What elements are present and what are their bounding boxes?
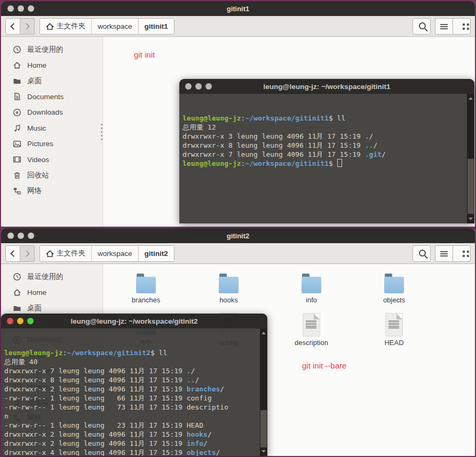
terminal-output[interactable]: leung@leung-jz:~/workspace/gitinit2$ ll总…: [1, 328, 267, 456]
breadcrumb-主文件夹[interactable]: 主文件夹: [40, 246, 92, 261]
sidebar-item-label: Pictures: [27, 140, 53, 148]
terminal-line: 总用量 12: [183, 123, 464, 132]
home-icon: [13, 288, 21, 296]
back-button[interactable]: [5, 245, 20, 262]
sidebar-item-网络[interactable]: 网络: [1, 183, 102, 199]
sidebar-item-Documents[interactable]: Documents: [1, 89, 102, 105]
folder-icon: [219, 277, 239, 293]
terminal-line: 总用量 40: [4, 357, 257, 366]
scroll-up-icon[interactable]: [261, 332, 266, 334]
window-button[interactable]: [7, 5, 14, 12]
terminal-text: /: [216, 448, 220, 456]
terminal-text: drwxrwxr-x 2 leung leung 4096 11月 17 15:…: [4, 430, 187, 438]
breadcrumb-gitinit2[interactable]: gitinit2: [139, 246, 174, 261]
breadcrumb-workspace[interactable]: workspace: [92, 246, 139, 261]
grid-view-button[interactable]: [453, 18, 471, 35]
terminal-text: /: [220, 385, 224, 393]
terminal-text: -rw-rw-r-- 1 leung leung 66 11月 17 15:19…: [4, 394, 212, 402]
terminal-scrollbar[interactable]: [467, 94, 474, 223]
terminal-text: info: [187, 439, 203, 447]
trash-icon: [13, 171, 21, 180]
pane-resize-handle[interactable]: [100, 123, 103, 143]
file-item-branches[interactable]: branches: [105, 270, 187, 311]
file-item-info[interactable]: info: [270, 270, 353, 311]
terminal-cursor: [337, 159, 342, 167]
search-button[interactable]: [412, 245, 431, 262]
file-item-hooks[interactable]: hooks: [187, 270, 270, 311]
breadcrumb-workspace[interactable]: workspace: [92, 19, 139, 34]
terminal-output[interactable]: leung@leung-jz:~/workspace/gitinit1$ ll总…: [179, 94, 474, 223]
terminal-text: $: [329, 159, 337, 167]
window-title: gitinit2: [227, 232, 250, 240]
window-button[interactable]: [18, 232, 24, 239]
file-label: info: [306, 296, 317, 304]
terminal-text: ..: [365, 141, 374, 149]
terminal-line: -rw-rw-r-- 1 leung leung 73 11月 17 15:19…: [4, 403, 257, 412]
breadcrumb-gitinit1[interactable]: gitinit1: [139, 19, 174, 34]
breadcrumb-label: workspace: [98, 250, 132, 258]
terminal-text: /: [369, 132, 374, 140]
window-titlebar[interactable]: gitinit1: [1, 1, 475, 16]
back-button[interactable]: [5, 18, 20, 35]
close-button[interactable]: [185, 83, 192, 90]
minimize-button[interactable]: [195, 83, 202, 90]
scroll-up-icon[interactable]: [469, 97, 473, 100]
sidebar-item-Downloads[interactable]: Downloads: [1, 105, 102, 121]
list-view-button[interactable]: [435, 18, 453, 35]
file-label: hooks: [219, 296, 238, 304]
terminal-text: branches: [187, 385, 220, 393]
sidebar-item-最近使用的[interactable]: 最近使用的: [1, 42, 102, 58]
close-button[interactable]: [7, 318, 13, 324]
terminal-titlebar[interactable]: leung@leung-jz: ~/workspace/gitinit2: [1, 314, 267, 328]
breadcrumb: 主文件夹workspacegitinit1: [39, 18, 174, 35]
maximize-button[interactable]: [205, 83, 212, 90]
window-titlebar[interactable]: gitinit2: [1, 228, 475, 243]
file-item-description[interactable]: description: [270, 311, 353, 353]
list-view-button[interactable]: [435, 245, 453, 262]
maximize-button[interactable]: [27, 318, 34, 324]
terminal-text: /: [382, 150, 386, 158]
breadcrumb: 主文件夹workspacegitinit2: [39, 245, 174, 262]
sidebar-item-Home[interactable]: Home: [1, 58, 102, 74]
grid-view-icon: [463, 23, 465, 26]
terminal-text: /: [203, 439, 208, 447]
scroll-down-icon[interactable]: [469, 218, 473, 220]
file-item-objects[interactable]: objects: [353, 270, 435, 311]
sidebar-item-Music[interactable]: Music: [1, 121, 102, 137]
scrollbar-thumb[interactable]: [260, 410, 267, 447]
sidebar-item-桌面[interactable]: 桌面: [1, 73, 102, 89]
pictures-icon: [13, 140, 21, 148]
grid-view-icon: [463, 251, 465, 253]
search-button[interactable]: [412, 18, 431, 35]
sidebar-item-Pictures[interactable]: Pictures: [1, 136, 102, 152]
sidebar-item-Home[interactable]: Home: [1, 285, 102, 301]
window-button[interactable]: [7, 232, 14, 239]
terminal-window-gitinit1: leung@leung-jz: ~/workspace/gitinit1 leu…: [179, 79, 474, 223]
file-icon: [303, 314, 320, 336]
terminal-line: drwxrwxr-x 2 leung leung 4096 11月 17 15:…: [4, 430, 257, 439]
breadcrumb-主文件夹[interactable]: 主文件夹: [40, 19, 92, 34]
forward-button[interactable]: [20, 18, 35, 35]
scroll-down-icon[interactable]: [261, 450, 266, 453]
sidebar-item-最近使用的[interactable]: 最近使用的: [1, 269, 102, 285]
window-button[interactable]: [18, 5, 24, 12]
window-button[interactable]: [28, 232, 34, 239]
network-icon: [13, 187, 21, 195]
forward-button[interactable]: [20, 245, 35, 262]
terminal-scrollbar[interactable]: [260, 328, 267, 456]
terminal-line: drwxrwxr-x 2 leung leung 4096 11月 17 15:…: [4, 384, 257, 394]
home-crumb-icon: [46, 250, 54, 258]
terminal-titlebar[interactable]: leung@leung-jz: ~/workspace/gitinit1: [179, 79, 474, 94]
videos-icon: [13, 155, 21, 164]
minimize-button[interactable]: [17, 318, 23, 324]
scrollbar-thumb[interactable]: [467, 159, 474, 214]
file-item-HEAD[interactable]: HEAD: [353, 311, 435, 353]
terminal-line: leung@leung-jz:~/workspace/gitinit2$ ll: [4, 348, 257, 357]
sidebar-item-label: 桌面: [27, 76, 42, 86]
window-button[interactable]: [28, 5, 34, 12]
terminal-line: drwxrwxr-x 8 leung leung 4096 11月 17 15:…: [4, 375, 257, 384]
file-label: branches: [132, 296, 160, 304]
sidebar-item-回收站[interactable]: 回收站: [1, 167, 102, 183]
grid-view-button[interactable]: [453, 245, 471, 262]
sidebar-item-Videos[interactable]: Videos: [1, 152, 102, 168]
